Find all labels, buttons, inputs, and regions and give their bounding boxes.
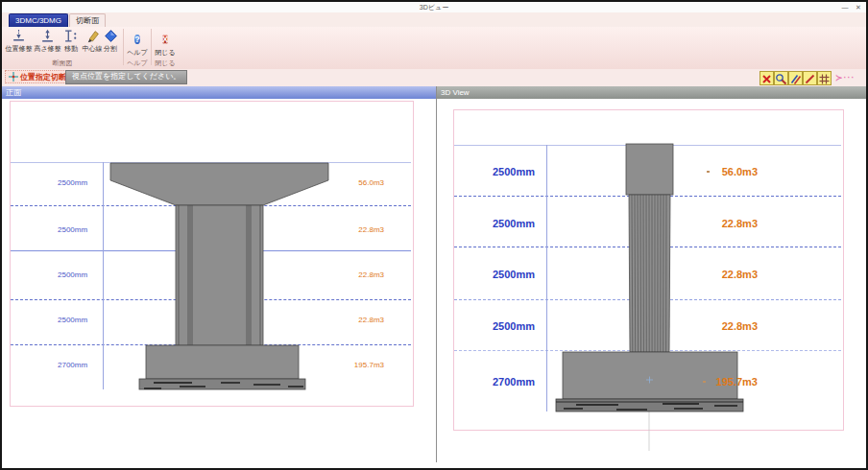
dim-label: 2500mm <box>58 316 87 324</box>
dim-label: 2500mm <box>58 225 87 234</box>
dual-pencil-icon <box>789 73 802 85</box>
group-name-section: 断面図 <box>40 59 84 68</box>
magnifier-icon <box>775 73 787 85</box>
volume-label: 22.8m3 <box>685 320 758 332</box>
volume-label: 22.8m3 <box>319 316 384 324</box>
tab-section[interactable]: 切断面 <box>69 13 106 28</box>
dim-label: 2700mm <box>58 361 87 369</box>
height-adjust-button[interactable]: 高さ修整 <box>34 29 61 56</box>
status-bar: 位置指定切断面 視点位置を指定してください。 <box>2 69 866 87</box>
position-adjust-icon <box>12 29 26 43</box>
volume-label: 56.0m3 <box>319 178 384 187</box>
dim-label: 2500mm <box>493 218 535 229</box>
move-icon <box>64 29 79 43</box>
ribbon: 位置修整 高さ修整 <box>2 27 866 70</box>
tab-3dmc[interactable]: 3DMC/3DMG <box>9 13 68 28</box>
volume-label: 22.8m3 <box>685 218 758 229</box>
height-adjust-icon <box>40 29 55 43</box>
help-button[interactable]: ? ヘルプ <box>126 29 149 56</box>
volume-label: 22.8m3 <box>685 269 758 280</box>
ribbon-tab-strip: 3DMC/3DMG 切断面 <box>2 12 866 27</box>
window-close-icon[interactable]: ✕ <box>853 3 864 12</box>
app-window: 3Dビュー — ✕ 3DMC/3DMG 切断面 位置修整 <box>0 0 868 470</box>
ribbon-group-separator2 <box>151 29 152 65</box>
height-adjust-label: 高さ修整 <box>34 44 61 54</box>
volume-label: 195.7m3 <box>685 376 758 388</box>
diamond-icon <box>104 29 118 43</box>
zoom-tool-button[interactable] <box>774 71 788 85</box>
dim-label: 2500mm <box>493 166 535 177</box>
move-button[interactable]: 移動 <box>61 29 81 56</box>
red-x-icon <box>760 73 773 85</box>
grid-icon <box>818 73 831 85</box>
split-button[interactable]: 分割 <box>102 29 119 56</box>
bottom-strip <box>2 462 866 468</box>
help-label: ヘルプ <box>126 48 149 58</box>
line-tool-button[interactable] <box>803 71 817 85</box>
centerline-label: 中心線 <box>81 44 104 54</box>
split-label: 分割 <box>102 44 119 54</box>
diagonal-line-icon <box>804 73 816 85</box>
help-icon: ? <box>134 35 140 44</box>
group-name-help: ヘルプ <box>126 59 149 68</box>
cancel-tool-button[interactable] <box>760 71 774 85</box>
pen-icon <box>85 29 100 43</box>
close-label: 閉じる <box>154 48 177 58</box>
group-name-close: 閉じる <box>154 59 177 68</box>
measure-tool-button[interactable] <box>788 71 803 85</box>
dim-label: 2500mm <box>493 320 535 332</box>
position-adjust-label: 位置修整 <box>5 44 33 54</box>
grid-tool-button[interactable] <box>817 71 832 85</box>
close-icon: X <box>162 35 168 44</box>
volume-label: 195.7m3 <box>319 361 384 369</box>
toolbar-more-icon[interactable]: ≻··· <box>835 73 856 82</box>
position-adjust-button[interactable]: 位置修整 <box>5 29 33 56</box>
dim-label: 2500mm <box>58 270 87 279</box>
prompt-message-button[interactable]: 視点位置を指定してください。 <box>65 70 187 84</box>
dim-label: 2700mm <box>493 376 535 388</box>
ribbon-group-separator <box>123 29 124 65</box>
volume-label: 56.0m3 <box>685 166 758 177</box>
minimize-icon[interactable]: — <box>839 3 851 12</box>
dim-label: 2500mm <box>58 178 87 187</box>
volume-label: 22.8m3 <box>319 270 384 279</box>
close-app-button[interactable]: X 閉じる <box>154 29 177 56</box>
crosshair-icon <box>9 72 18 82</box>
centerline-button[interactable]: 中心線 <box>81 29 104 56</box>
move-label: 移動 <box>61 44 81 54</box>
window-title: 3Dビュー <box>2 3 866 12</box>
dim-label: 2500mm <box>493 269 535 280</box>
volume-label: 22.8m3 <box>319 225 384 234</box>
